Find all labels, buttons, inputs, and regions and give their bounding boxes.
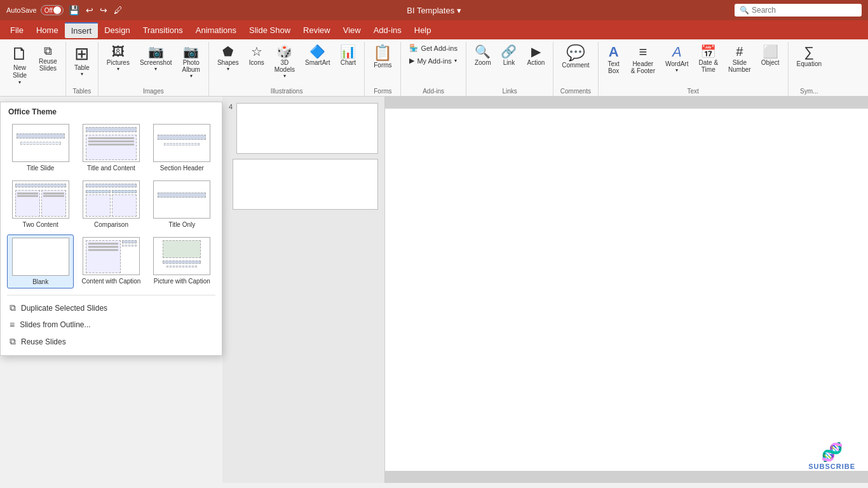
action-button[interactable]: ▶ Action [522, 42, 549, 69]
ribbon-addins-items: 🏪 Get Add-ins ▶ My Add-ins ▾ [405, 42, 461, 86]
layout-label-blank: Blank [32, 278, 48, 285]
shapes-label: Shapes [217, 59, 239, 66]
menu-view[interactable]: View [337, 23, 367, 37]
cc-line3 [88, 249, 118, 251]
smartart-button[interactable]: 🔷 SmartArt [301, 42, 334, 69]
pictures-button[interactable]: 🖼 Pictures ▾ [102, 42, 134, 75]
new-slide-label: NewSlide [13, 64, 27, 79]
3d-models-dropdown-arrow[interactable]: ▾ [283, 73, 286, 79]
my-addins-arrow[interactable]: ▾ [454, 58, 457, 64]
reuse-slides-action[interactable]: ⧉ Reuse Slides [1, 333, 222, 350]
redo-icon[interactable]: ↪ [100, 5, 107, 15]
menu-transitions[interactable]: Transitions [137, 23, 189, 37]
slide-number-button[interactable]: # SlideNumber [724, 42, 756, 76]
shapes-button[interactable]: ⬟ Shapes ▾ [213, 42, 243, 75]
twoc-l2 [17, 195, 38, 197]
table-button[interactable]: ⊞ Table ▾ [70, 42, 94, 80]
from-outline-action[interactable]: ≡ Slides from Outline... [1, 316, 222, 333]
layout-section-header[interactable]: Section Header [149, 121, 215, 174]
chart-label: Chart [341, 59, 356, 66]
pc-title [163, 261, 201, 264]
menu-insert[interactable]: Insert [65, 22, 98, 38]
layout-thumb-blank [12, 238, 69, 276]
menu-help[interactable]: Help [408, 23, 438, 37]
layout-title-content[interactable]: Title and Content [78, 121, 144, 174]
ribbon-group-comments: 💬 Comment Comments [553, 42, 598, 96]
layout-content-caption[interactable]: Content with Caption [78, 234, 144, 288]
layout-blank[interactable]: Blank [7, 234, 74, 288]
slide-thumb-4[interactable] [236, 103, 378, 154]
zoom-button[interactable]: 🔍 Zoom [470, 42, 496, 69]
wordart-button[interactable]: A WordArt ▾ [661, 42, 693, 76]
menu-design[interactable]: Design [98, 23, 136, 37]
tc-content-area [86, 135, 137, 160]
tc-title-line [86, 127, 137, 132]
menu-file[interactable]: File [4, 23, 30, 37]
wordart-dropdown-arrow[interactable]: ▾ [675, 67, 678, 73]
cmp-title [86, 184, 137, 187]
reuse-slides-button[interactable]: ⧉ ReuseSlides [34, 42, 62, 75]
pictures-dropdown-arrow[interactable]: ▾ [117, 66, 119, 72]
textbox-button[interactable]: A TextBox [602, 42, 625, 78]
icons-button[interactable]: ☆ Icons [245, 42, 269, 69]
chart-button[interactable]: 📊 Chart [336, 42, 360, 69]
ribbon-forms-items: 📋 Forms [369, 42, 397, 86]
action-label: Action [527, 59, 545, 66]
tc-line1 [88, 137, 134, 139]
3d-models-button[interactable]: 🎲 3DModels ▾ [270, 42, 299, 82]
undo-icon[interactable]: ↩ [86, 5, 93, 15]
layout-two-content[interactable]: Two Content [7, 178, 74, 231]
screenshot-dropdown-arrow[interactable]: ▾ [154, 66, 157, 72]
autosave-toggle[interactable]: Off [41, 5, 64, 15]
autosave-knob [53, 6, 61, 14]
comment-button[interactable]: 💬 Comment [557, 42, 593, 72]
reuse-slides-icon: ⧉ [44, 45, 52, 57]
screenshot-button[interactable]: 📷 Screenshot ▾ [135, 42, 177, 75]
shapes-dropdown-arrow[interactable]: ▾ [227, 66, 229, 72]
layout-grid: Title Slide Title and Content [1, 119, 222, 291]
slide-thumb-5[interactable] [233, 159, 378, 210]
menu-animations[interactable]: Animations [189, 23, 243, 37]
menu-slideshow[interactable]: Slide Show [243, 23, 297, 37]
wordart-icon: A [672, 45, 682, 59]
header-footer-button[interactable]: ≡ Header& Footer [627, 42, 660, 78]
save-icon[interactable]: 💾 [69, 5, 79, 15]
slide-dropdown: Office Theme Title Slide [0, 102, 222, 356]
duplicate-action[interactable]: ⧉ Duplicate Selected Slides [1, 299, 222, 316]
equation-button[interactable]: ∑ Equation [792, 42, 826, 71]
get-addins-button[interactable]: 🏪 Get Add-ins [405, 42, 461, 54]
date-time-button[interactable]: 📅 Date &Time [694, 42, 722, 76]
menu-home[interactable]: Home [30, 23, 65, 37]
equation-icon: ∑ [804, 45, 814, 59]
cc-layout [86, 240, 137, 273]
pen-icon[interactable]: 🖊 [114, 5, 123, 15]
screenshot-label: Screenshot [140, 59, 172, 66]
photo-album-button[interactable]: 📷 PhotoAlbum ▾ [178, 42, 205, 82]
layout-pic-caption[interactable]: Picture with Caption [149, 234, 215, 288]
menu-addins[interactable]: Add-ins [367, 23, 408, 37]
twoc-title [15, 184, 66, 187]
ribbon-group-forms: 📋 Forms Forms [365, 42, 401, 96]
object-button[interactable]: ⬜ Object [757, 42, 784, 69]
forms-button[interactable]: 📋 Forms [369, 42, 397, 72]
search-input[interactable] [752, 6, 853, 15]
textbox-icon: A [609, 45, 619, 59]
layout-title-slide[interactable]: Title Slide [7, 121, 74, 174]
chart-icon: 📊 [340, 45, 356, 58]
table-dropdown-arrow[interactable]: ▾ [81, 71, 83, 77]
new-slide-button[interactable]: 🗋 NewSlide ▾ [6, 42, 33, 88]
title-dropdown-icon[interactable]: ▾ [457, 6, 461, 15]
menu-review[interactable]: Review [297, 23, 337, 37]
equation-label: Equation [797, 60, 822, 67]
layout-label-section-header: Section Header [160, 165, 204, 172]
layout-title-only[interactable]: Title Only [149, 178, 215, 231]
ribbon-group-links: 🔍 Zoom 🔗 Link ▶ Action Links [466, 42, 553, 96]
header-footer-label: Header& Footer [631, 60, 655, 74]
new-slide-dropdown-arrow[interactable]: ▾ [18, 79, 21, 85]
autosave-label: AutoSave [6, 6, 37, 14]
my-addins-button[interactable]: ▶ My Add-ins ▾ [405, 55, 461, 67]
photo-album-dropdown-arrow[interactable]: ▾ [190, 73, 193, 79]
canvas-area: 🧬 SUBSCRIBE [385, 97, 868, 483]
layout-comparison[interactable]: Comparison [78, 178, 144, 231]
link-button[interactable]: 🔗 Link [496, 42, 521, 69]
